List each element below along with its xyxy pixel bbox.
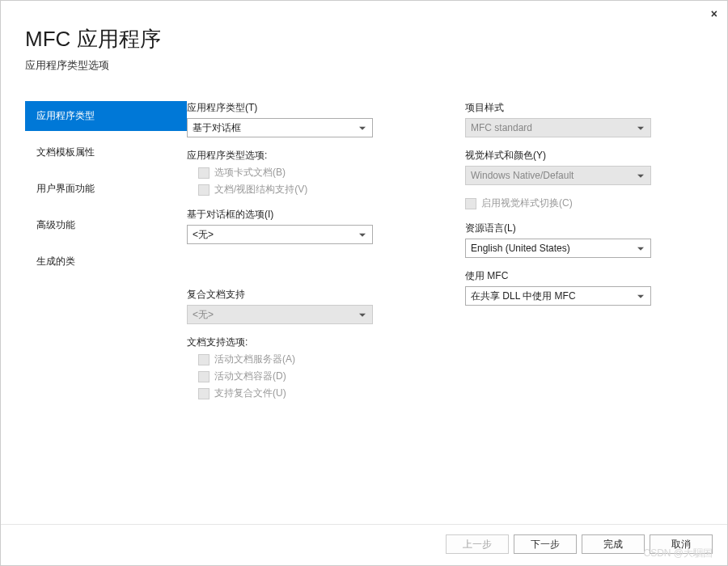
field-app-type: 应用程序类型(T) 基于对话框 bbox=[187, 101, 433, 137]
checkbox-docview bbox=[198, 184, 210, 196]
select-resource-lang[interactable]: English (United States) bbox=[465, 239, 651, 258]
sidebar-item-doc-template[interactable]: 文档模板属性 bbox=[25, 137, 187, 167]
select-dialog-options[interactable]: <无> bbox=[187, 225, 373, 244]
label-app-type: 应用程序类型(T) bbox=[187, 101, 433, 115]
checkbox-row-tabbed-docs: 选项卡式文档(B) bbox=[198, 166, 433, 180]
checkbox-label-visual-switch: 启用视觉样式切换(C) bbox=[481, 196, 573, 210]
checkbox-label-support-compound: 支持复合文件(U) bbox=[214, 386, 286, 400]
label-use-mfc: 使用 MFC bbox=[465, 269, 711, 283]
group-doc-support-options: 文档支持选项: 活动文档服务器(A) 活动文档容器(D) 支持复合文件(U) bbox=[187, 336, 433, 400]
checkbox-label-tabbed-docs: 选项卡式文档(B) bbox=[214, 166, 286, 180]
page-title: MFC 应用程序 bbox=[25, 25, 703, 53]
dialog-body: 应用程序类型 文档模板属性 用户界面功能 高级功能 生成的类 应用程序类型(T)… bbox=[1, 89, 727, 524]
next-button[interactable]: 下一步 bbox=[514, 534, 577, 554]
field-use-mfc: 使用 MFC 在共享 DLL 中使用 MFC bbox=[465, 269, 711, 306]
checkbox-label-docview: 文档/视图结构支持(V) bbox=[214, 183, 307, 196]
sidebar-item-ui-features[interactable]: 用户界面功能 bbox=[25, 174, 187, 204]
sidebar-item-app-type[interactable]: 应用程序类型 bbox=[25, 101, 187, 131]
select-app-type[interactable]: 基于对话框 bbox=[187, 118, 373, 137]
group-app-type-options: 应用程序类型选项: 选项卡式文档(B) 文档/视图结构支持(V) bbox=[187, 149, 433, 196]
field-resource-lang: 资源语言(L) English (United States) bbox=[465, 222, 711, 258]
dialog-footer: 上一步 下一步 完成 取消 bbox=[1, 524, 727, 565]
checkbox-row-support-compound: 支持复合文件(U) bbox=[198, 386, 433, 400]
page-subtitle: 应用程序类型选项 bbox=[25, 58, 703, 73]
wizard-dialog: × MFC 应用程序 应用程序类型选项 应用程序类型 文档模板属性 用户界面功能… bbox=[0, 0, 728, 566]
sidebar-item-generated-classes[interactable]: 生成的类 bbox=[25, 247, 187, 277]
field-visual-style: 视觉样式和颜色(Y) Windows Native/Default bbox=[465, 149, 711, 185]
select-use-mfc[interactable]: 在共享 DLL 中使用 MFC bbox=[465, 286, 651, 306]
label-dialog-options: 基于对话框的选项(I) bbox=[187, 208, 433, 222]
field-dialog-options: 基于对话框的选项(I) <无> bbox=[187, 208, 433, 244]
checkbox-visual-switch bbox=[465, 198, 476, 209]
checkbox-tabbed-docs bbox=[198, 167, 210, 179]
field-project-style: 项目样式 MFC standard bbox=[465, 101, 711, 137]
cancel-button[interactable]: 取消 bbox=[650, 534, 713, 554]
checkbox-label-active-container: 活动文档容器(D) bbox=[214, 370, 286, 383]
wizard-sidebar: 应用程序类型 文档模板属性 用户界面功能 高级功能 生成的类 bbox=[1, 89, 187, 524]
prev-button: 上一步 bbox=[446, 534, 509, 554]
sidebar-item-advanced[interactable]: 高级功能 bbox=[25, 210, 187, 240]
checkbox-row-visual-switch: 启用视觉样式切换(C) bbox=[465, 196, 711, 210]
label-app-type-options: 应用程序类型选项: bbox=[187, 149, 433, 163]
label-visual-style: 视觉样式和颜色(Y) bbox=[465, 149, 711, 163]
checkbox-active-container bbox=[198, 371, 210, 382]
checkbox-support-compound bbox=[198, 388, 210, 399]
checkbox-row-docview: 文档/视图结构支持(V) bbox=[198, 183, 433, 196]
close-icon[interactable]: × bbox=[711, 7, 717, 20]
checkbox-row-active-server: 活动文档服务器(A) bbox=[198, 353, 433, 366]
select-project-style: MFC standard bbox=[465, 118, 651, 137]
label-project-style: 项目样式 bbox=[465, 101, 711, 115]
checkbox-row-active-container: 活动文档容器(D) bbox=[198, 370, 433, 383]
content-area: 应用程序类型(T) 基于对话框 应用程序类型选项: 选项卡式文档(B) 文档/视… bbox=[187, 89, 711, 524]
select-compound-support: <无> bbox=[187, 305, 373, 324]
checkbox-active-server bbox=[198, 354, 210, 365]
finish-button[interactable]: 完成 bbox=[582, 534, 645, 554]
label-compound-support: 复合文档支持 bbox=[187, 288, 433, 302]
label-resource-lang: 资源语言(L) bbox=[465, 222, 711, 235]
label-doc-support-options: 文档支持选项: bbox=[187, 336, 433, 349]
right-column: 项目样式 MFC standard 视觉样式和颜色(Y) Windows Nat… bbox=[465, 101, 711, 524]
checkbox-label-active-server: 活动文档服务器(A) bbox=[214, 353, 295, 366]
select-visual-style: Windows Native/Default bbox=[465, 166, 651, 185]
dialog-header: MFC 应用程序 应用程序类型选项 bbox=[1, 1, 727, 89]
left-column: 应用程序类型(T) 基于对话框 应用程序类型选项: 选项卡式文档(B) 文档/视… bbox=[187, 101, 433, 524]
field-compound-support: 复合文档支持 <无> bbox=[187, 288, 433, 324]
